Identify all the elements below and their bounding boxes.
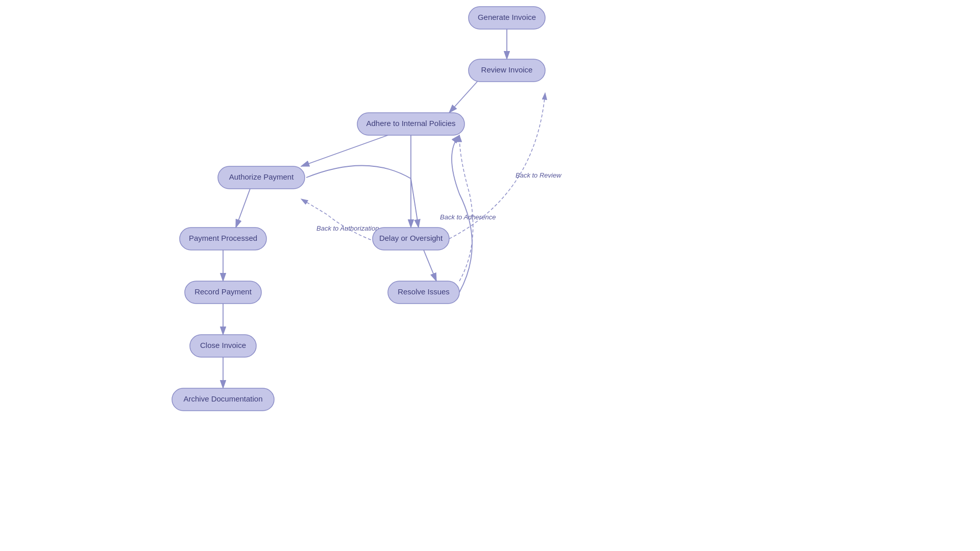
node-record-payment: Record Payment bbox=[185, 281, 261, 304]
svg-text:Review Invoice: Review Invoice bbox=[481, 65, 533, 74]
edge-authorize-to-processed bbox=[236, 189, 250, 228]
edge-delay-to-resolve bbox=[424, 250, 436, 281]
svg-text:Record Payment: Record Payment bbox=[194, 287, 252, 296]
svg-text:Archive Documentation: Archive Documentation bbox=[183, 394, 262, 403]
node-payment-processed: Payment Processed bbox=[180, 228, 266, 250]
label-back-adherence: Back to Adherence bbox=[440, 213, 496, 221]
svg-text:Adhere to Internal Policies: Adhere to Internal Policies bbox=[366, 119, 455, 128]
svg-text:Authorize Payment: Authorize Payment bbox=[229, 172, 295, 181]
node-review-invoice: Review Invoice bbox=[469, 59, 545, 82]
svg-text:Generate Invoice: Generate Invoice bbox=[478, 13, 536, 21]
label-back-review: Back to Review bbox=[516, 171, 562, 179]
node-adhere-policies: Adhere to Internal Policies bbox=[357, 113, 464, 135]
node-close-invoice: Close Invoice bbox=[190, 335, 256, 357]
node-archive-documentation: Archive Documentation bbox=[172, 388, 274, 411]
svg-text:Resolve Issues: Resolve Issues bbox=[398, 287, 450, 296]
label-back-authorization: Back to Authorization bbox=[316, 224, 379, 232]
svg-text:Close Invoice: Close Invoice bbox=[200, 341, 246, 349]
node-resolve-issues: Resolve Issues bbox=[388, 281, 459, 304]
svg-text:Delay or Oversight: Delay or Oversight bbox=[379, 234, 443, 242]
node-delay-oversight: Delay or Oversight bbox=[373, 228, 449, 250]
edge-authorize-to-delay bbox=[306, 165, 419, 228]
node-generate-invoice: Generate Invoice bbox=[469, 7, 545, 29]
svg-text:Payment Processed: Payment Processed bbox=[189, 234, 257, 242]
node-authorize-payment: Authorize Payment bbox=[218, 166, 305, 189]
edge-adhere-to-authorize bbox=[301, 135, 388, 166]
edge-review-to-adhere bbox=[449, 82, 477, 113]
